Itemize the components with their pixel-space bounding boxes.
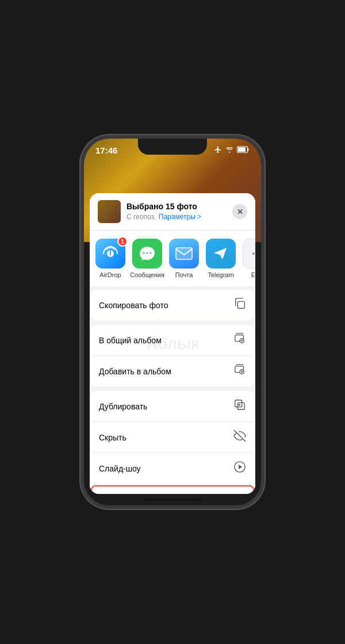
svg-rect-18 bbox=[235, 400, 242, 407]
copy-photo-icon bbox=[233, 297, 246, 313]
status-time: 17:46 bbox=[95, 145, 117, 155]
battery-icon bbox=[237, 146, 250, 155]
app-item-telegram[interactable]: Telegram bbox=[206, 239, 236, 278]
notch bbox=[138, 139, 207, 155]
close-button[interactable]: ✕ bbox=[232, 204, 247, 219]
svg-rect-7 bbox=[176, 248, 192, 259]
menu-item-duplicate[interactable]: Дублировать bbox=[90, 391, 255, 422]
telegram-icon bbox=[206, 239, 236, 269]
share-sheet: Выбрано 15 фото С геопоз. Параметры > ✕ bbox=[90, 193, 255, 494]
more-icon bbox=[243, 239, 255, 269]
header-subtitle: С геопоз. Параметры > bbox=[126, 211, 227, 221]
phone-inner: 17:46 bbox=[84, 139, 261, 505]
add-album-icon bbox=[233, 363, 246, 379]
menu-item-icloud-link[interactable]: Скопировать ссылку iCloud bbox=[91, 485, 254, 494]
header-title: Выбрано 15 фото bbox=[126, 202, 227, 211]
svg-point-4 bbox=[143, 252, 145, 254]
app-item-airdrop[interactable]: 1 AirDrop bbox=[95, 239, 125, 278]
header-text: Выбрано 15 фото С геопоз. Параметры > bbox=[126, 202, 227, 221]
menu-section-2: В общий альбом Добавить в альбом bbox=[90, 325, 255, 386]
messages-label: Сообщения bbox=[130, 271, 164, 278]
menu-item-hide[interactable]: Скрыть bbox=[90, 422, 255, 453]
menu-item-shared-album[interactable]: В общий альбом bbox=[90, 325, 255, 356]
svg-point-9 bbox=[252, 252, 255, 255]
phone-frame: 17:46 bbox=[80, 135, 264, 509]
airdrop-icon: 1 bbox=[95, 239, 125, 269]
hide-icon bbox=[233, 430, 246, 445]
apps-row: 1 AirDrop Сообщения bbox=[90, 231, 255, 290]
svg-rect-17 bbox=[237, 402, 244, 409]
more-label: Ещё bbox=[251, 271, 255, 278]
app-item-more[interactable]: Ещё bbox=[243, 239, 255, 278]
share-header: Выбрано 15 фото С геопоз. Параметры > ✕ bbox=[90, 193, 255, 231]
menu-item-slideshow[interactable]: Слайд-шоу bbox=[90, 453, 255, 484]
app-item-mail[interactable]: Почта bbox=[169, 239, 199, 278]
slideshow-icon bbox=[233, 461, 246, 476]
status-icons bbox=[214, 145, 250, 155]
svg-point-5 bbox=[147, 252, 148, 254]
duplicate-icon bbox=[233, 398, 246, 414]
airdrop-label: AirDrop bbox=[99, 271, 121, 278]
menu-section-3: Дублировать Скрыть bbox=[90, 391, 255, 494]
app-item-messages[interactable]: Сообщения bbox=[132, 239, 162, 278]
header-params-link[interactable]: Параметры > bbox=[159, 213, 201, 221]
airdrop-badge: 1 bbox=[117, 236, 128, 247]
menu-item-add-album[interactable]: Добавить в альбом bbox=[90, 356, 255, 386]
svg-rect-12 bbox=[237, 301, 244, 308]
menu-section-1: Скопировать фото bbox=[90, 290, 255, 320]
header-thumbnail bbox=[98, 200, 121, 223]
shared-album-icon bbox=[233, 332, 246, 348]
svg-marker-21 bbox=[239, 465, 242, 469]
messages-icon bbox=[132, 239, 162, 269]
menu-list: Яблык Скопировать фото В bbox=[90, 290, 255, 494]
svg-point-6 bbox=[150, 252, 152, 254]
home-indicator[interactable] bbox=[144, 499, 201, 501]
svg-rect-1 bbox=[238, 147, 246, 152]
mail-icon bbox=[169, 239, 199, 269]
airplane-icon bbox=[214, 145, 222, 155]
mail-label: Почта bbox=[175, 271, 193, 278]
menu-item-copy-photo[interactable]: Скопировать фото bbox=[90, 290, 255, 320]
telegram-label: Telegram bbox=[208, 271, 233, 278]
wifi-icon bbox=[225, 145, 234, 155]
